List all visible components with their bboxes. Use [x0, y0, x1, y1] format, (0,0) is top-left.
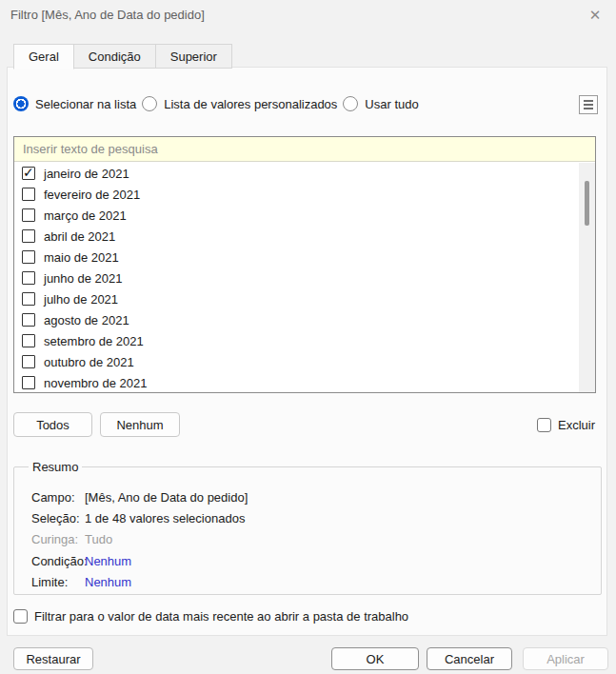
summary-row-value[interactable]: 1 de 48 valores selecionados	[85, 511, 245, 525]
list-item-label: agosto de 2021	[44, 313, 129, 327]
list-item-label: março de 2021	[44, 208, 127, 223]
summary-row-value[interactable]: Nenhum	[85, 575, 131, 589]
mode-radio-option[interactable]: Lista de valores personalizados	[142, 96, 337, 111]
summary-groupbox: Resumo Campo: [Mês, Ano de Data do pedid…	[13, 466, 602, 595]
summary-row-label: Curinga:	[31, 532, 85, 546]
list-menu-button[interactable]	[579, 95, 598, 114]
list-item[interactable]: fevereiro de 2021	[14, 184, 579, 205]
summary-row: Limite: Nenhum	[31, 572, 591, 593]
list-item-label: outubro de 2021	[44, 355, 134, 369]
list-item-label: fevereiro de 2021	[44, 188, 140, 202]
mode-radio-option[interactable]: Selecionar na lista	[13, 96, 136, 111]
list-item-label: maio de 2021	[44, 250, 119, 265]
radio-label: Usar tudo	[365, 97, 418, 111]
list-item[interactable]: julho de 2021	[14, 288, 579, 309]
checkbox-icon[interactable]	[22, 313, 35, 327]
list-item-label: janeiro de 2021	[44, 167, 129, 181]
summary-row-value[interactable]: Tudo	[85, 532, 112, 546]
tab-bar: GeralCondiçãoSuperior	[13, 44, 232, 69]
checkbox-icon[interactable]	[22, 208, 35, 222]
tab[interactable]: Superior	[156, 44, 232, 69]
exclude-label: Excluir	[558, 418, 595, 432]
list-item[interactable]: abril de 2021	[14, 226, 579, 247]
close-icon[interactable]: ✕	[585, 5, 606, 26]
summary-row: Seleção: 1 de 48 valores selecionados	[31, 507, 591, 528]
cancel-button[interactable]: Cancelar	[427, 647, 512, 670]
tab[interactable]: Condição	[74, 44, 156, 69]
summary-title: Resumo	[29, 460, 82, 474]
radio-label: Selecionar na lista	[35, 97, 136, 111]
list-item[interactable]: setembro de 2021	[14, 330, 579, 351]
ok-button[interactable]: OK	[331, 647, 419, 670]
checkbox-icon[interactable]	[22, 250, 35, 264]
checkbox-icon[interactable]	[22, 292, 35, 306]
select-none-button[interactable]: Nenhum	[100, 412, 180, 437]
summary-row-label: Seleção:	[31, 511, 85, 525]
checkbox-icon[interactable]	[22, 167, 35, 180]
checkbox-icon[interactable]	[22, 229, 35, 243]
radio-icon[interactable]	[142, 96, 157, 111]
mode-radio-group: Selecionar na lista Lista de valores per…	[13, 96, 425, 111]
summary-row: Condição: Nenhum	[31, 550, 591, 571]
list-item[interactable]: março de 2021	[14, 205, 579, 226]
list-item-label: julho de 2021	[44, 292, 118, 307]
filter-latest-checkbox-row[interactable]: Filtrar para o valor de data mais recent…	[13, 609, 408, 624]
list-item-label: abril de 2021	[44, 229, 115, 244]
checkbox-icon[interactable]	[22, 376, 35, 389]
radio-icon[interactable]	[13, 96, 29, 111]
list-item-label: setembro de 2021	[44, 334, 144, 348]
summary-row: Curinga: Tudo	[31, 529, 591, 550]
summary-row-label: Condição:	[31, 554, 85, 568]
summary-row-value[interactable]: Nenhum	[85, 554, 131, 568]
menu-icon	[584, 100, 593, 109]
checkbox-icon[interactable]	[22, 188, 35, 201]
filter-latest-label: Filtrar para o valor de data mais recent…	[34, 609, 408, 624]
summary-row-value[interactable]: [Mês, Ano de Data do pedido]	[85, 490, 248, 505]
checkbox-icon[interactable]	[22, 271, 35, 285]
list-item-label: novembro de 2021	[44, 376, 147, 390]
radio-label: Lista de valores personalizados	[164, 97, 337, 111]
dialog-titlebar: Filtro [Mês, Ano de Data do pedido] ✕	[0, 0, 616, 32]
tab[interactable]: Geral	[13, 44, 74, 69]
list-item[interactable]: junho de 2021	[14, 268, 579, 288]
summary-row-label: Limite:	[31, 575, 85, 589]
filter-latest-checkbox-icon[interactable]	[13, 609, 28, 624]
values-listbox: janeiro de 2021 fevereiro de 2021 março …	[13, 136, 596, 393]
radio-icon[interactable]	[343, 96, 358, 111]
checkbox-icon[interactable]	[22, 334, 35, 347]
scrollbar-thumb[interactable]	[585, 181, 589, 226]
search-input[interactable]	[14, 137, 595, 162]
scrollbar-track[interactable]	[579, 163, 595, 392]
exclude-checkbox-row[interactable]: Excluir	[537, 418, 595, 432]
list-item[interactable]: novembro de 2021	[14, 372, 579, 392]
list-item[interactable]: janeiro de 2021	[14, 163, 579, 184]
summary-row-label: Campo:	[31, 490, 85, 505]
apply-button: Aplicar	[523, 647, 608, 670]
select-all-button[interactable]: Todos	[13, 412, 92, 437]
checkbox-icon[interactable]	[22, 355, 35, 368]
dialog-title: Filtro [Mês, Ano de Data do pedido]	[10, 8, 205, 22]
list-item[interactable]: outubro de 2021	[14, 351, 579, 372]
summary-row: Campo: [Mês, Ano de Data do pedido]	[31, 486, 591, 507]
restore-button[interactable]: Restaurar	[13, 647, 93, 670]
list-item-label: junho de 2021	[44, 271, 122, 286]
list-item[interactable]: agosto de 2021	[14, 309, 579, 330]
mode-radio-option[interactable]: Usar tudo	[343, 96, 418, 111]
exclude-checkbox-icon[interactable]	[537, 418, 551, 432]
summary-rows: Campo: [Mês, Ano de Data do pedido] Sele…	[31, 486, 591, 593]
values-list: janeiro de 2021 fevereiro de 2021 março …	[14, 163, 579, 392]
list-item[interactable]: maio de 2021	[14, 247, 579, 268]
